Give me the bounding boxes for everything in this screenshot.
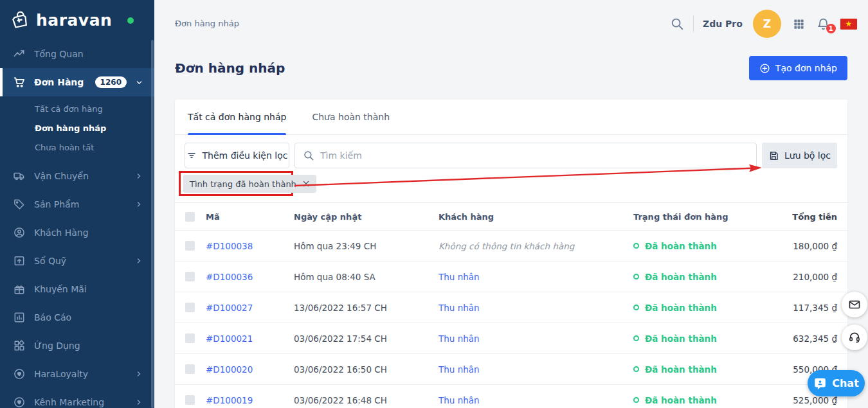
- add-filter-button[interactable]: Thêm điều kiện lọc: [185, 143, 289, 168]
- heart-circle-icon: [13, 396, 26, 408]
- subitem-label: Chưa hoàn tất: [35, 143, 94, 152]
- feedback-mail-button[interactable]: [842, 292, 867, 317]
- sidebar-item-so-quy[interactable]: Sổ Quỹ: [0, 247, 154, 275]
- sidebar-item-label: HaraLoyalty: [34, 369, 127, 379]
- sidebar-item-tong-quan[interactable]: Tổng Quan: [0, 40, 154, 68]
- tab-bar: Tất cả đơn hàng nháp Chưa hoàn thành: [175, 100, 847, 135]
- table-row: #D100019 03/06/2022 16:48 CH Thu nhân Đã…: [175, 385, 847, 408]
- sidebar-subitem-don-hang-nhap[interactable]: Đơn hàng nháp: [0, 118, 154, 137]
- sidebar-subitem-chua-hoan-tat[interactable]: Chưa hoàn tất: [0, 137, 154, 157]
- heart-circle-icon: [13, 368, 26, 380]
- status-ring-icon: [633, 366, 639, 372]
- chevron-right-icon: [135, 369, 144, 378]
- status-ring-icon: [633, 335, 639, 341]
- table-row: #D100036 Hôm qua 08:40 SA Thu nhân Đã ho…: [175, 262, 847, 292]
- chevron-right-icon: [135, 172, 144, 181]
- row-checkbox[interactable]: [185, 333, 195, 343]
- chat-label: Chat: [832, 377, 859, 389]
- order-status: Đã hoàn thành: [633, 333, 788, 344]
- customer-link[interactable]: Thu nhân: [439, 333, 480, 344]
- sidebar-subitem-tat-ca-don-hang[interactable]: Tất cả đơn hàng: [0, 99, 154, 118]
- order-code-link[interactable]: #D100020: [206, 364, 294, 375]
- order-code-link[interactable]: #D100036: [206, 272, 294, 282]
- add-filter-label: Thêm điều kiện lọc: [203, 150, 288, 161]
- sidebar-item-don-hang[interactable]: Đơn Hàng 1260: [0, 68, 154, 96]
- filter-toolbar: Thêm điều kiện lọc Lưu bộ lọc: [185, 143, 837, 168]
- order-updated: 03/06/2022 16:48 CH: [294, 395, 439, 405]
- subitem-label: Tất cả đơn hàng: [35, 104, 103, 114]
- save-filter-button[interactable]: Lưu bộ lọc: [762, 143, 837, 168]
- customer-link[interactable]: Thu nhân: [439, 395, 480, 405]
- sidebar-item-label: Khuyến Mãi: [34, 284, 144, 294]
- cart-icon: [13, 76, 26, 89]
- search-icon[interactable]: [670, 17, 684, 31]
- vietnam-flag-icon[interactable]: ★: [840, 19, 857, 30]
- account-name[interactable]: Zdu Pro: [703, 19, 743, 29]
- tab-incomplete[interactable]: Chưa hoàn thành: [312, 100, 390, 134]
- sidebar-item-label: Sản Phẩm: [34, 199, 127, 209]
- select-all-checkbox[interactable]: [185, 212, 195, 222]
- sidebar-item-san-pham[interactable]: Sản Phẩm: [0, 190, 154, 218]
- create-draft-order-button[interactable]: Tạo đơn nháp: [749, 56, 847, 80]
- order-updated: 13/06/2022 16:57 CH: [294, 303, 439, 313]
- cashbox-icon: [13, 254, 26, 267]
- breadcrumb: Đơn hàng nháp: [175, 19, 239, 28]
- tab-label: Tất cả đơn hàng nháp: [188, 112, 286, 122]
- support-headset-button[interactable]: [842, 324, 867, 350]
- search-input[interactable]: [320, 150, 748, 161]
- chat-button[interactable]: Chat: [808, 370, 865, 396]
- sidebar-item-label: Báo Cáo: [34, 312, 144, 323]
- status-ring-icon: [633, 243, 639, 249]
- order-code-link[interactable]: #D100021: [206, 333, 294, 344]
- order-updated: 03/06/2022 17:54 CH: [294, 333, 439, 344]
- chevron-down-icon: [135, 78, 144, 87]
- tab-all-draft-orders[interactable]: Tất cả đơn hàng nháp: [188, 100, 286, 134]
- status-label: Đã hoàn thành: [645, 395, 717, 405]
- sidebar-item-khach-hang[interactable]: Khách Hàng: [0, 218, 154, 247]
- row-checkbox[interactable]: [185, 241, 195, 251]
- row-checkbox[interactable]: [185, 272, 195, 281]
- plus-circle-icon: [759, 63, 770, 74]
- customer-link[interactable]: Thu nhân: [439, 272, 480, 282]
- remove-filter-icon[interactable]: [302, 180, 310, 188]
- create-draft-order-label: Tạo đơn nháp: [775, 63, 837, 73]
- orders-table: Mã Ngày cập nhật Khách hàng Trạng thái đ…: [175, 202, 847, 408]
- header-total: Tổng tiền: [788, 212, 847, 222]
- order-code-link[interactable]: #D100038: [206, 241, 294, 251]
- sidebar-item-label: Sổ Quỹ: [34, 256, 127, 266]
- sidebar-item-haraloyalty[interactable]: HaraLoyalty: [0, 360, 154, 388]
- filter-icon: [186, 150, 197, 161]
- sidebar-item-bao-cao[interactable]: Báo Cáo: [0, 303, 154, 332]
- order-updated: 03/06/2022 16:50 CH: [294, 364, 439, 375]
- row-checkbox[interactable]: [185, 395, 195, 405]
- sidebar-scrollbar[interactable]: [151, 40, 154, 408]
- avatar[interactable]: Z: [753, 10, 781, 38]
- customer-link[interactable]: Thu nhân: [439, 364, 480, 375]
- logo[interactable]: haravan: [0, 0, 154, 40]
- row-checkbox[interactable]: [185, 364, 195, 374]
- sidebar-item-van-chuyen[interactable]: Vận Chuyển: [0, 162, 154, 190]
- order-code-link[interactable]: #D100027: [206, 303, 294, 313]
- filter-chip-status-completed[interactable]: Tình trạng đã hoàn thành: [183, 175, 316, 193]
- notification-bell-icon[interactable]: 1: [817, 17, 830, 31]
- order-updated: Hôm qua 08:40 SA: [294, 272, 439, 282]
- order-total: 117,345 ₫: [788, 303, 847, 313]
- sidebar: haravan Tổng Quan Đơn Hàng 1260: [0, 0, 154, 408]
- order-status: Đã hoàn thành: [633, 241, 788, 251]
- header-updated: Ngày cập nhật: [294, 212, 439, 222]
- sidebar-item-label: Khách Hàng: [34, 227, 144, 238]
- floppy-disk-icon: [768, 150, 779, 161]
- header-status: Trạng thái đơn hàng: [633, 212, 788, 222]
- apps-grid-icon[interactable]: [793, 18, 805, 30]
- sidebar-item-kenh-marketing[interactable]: Kênh Marketing: [0, 388, 154, 408]
- status-ring-icon: [633, 397, 639, 403]
- row-checkbox[interactable]: [185, 303, 195, 312]
- sidebar-item-khuyen-mai[interactable]: Khuyến Mãi: [0, 275, 154, 303]
- order-code-link[interactable]: #D100019: [206, 395, 294, 405]
- headset-icon: [848, 331, 861, 344]
- customer-link[interactable]: Thu nhân: [439, 303, 480, 313]
- sidebar-item-label: Kênh Marketing: [34, 397, 127, 407]
- divider: [693, 15, 694, 32]
- sidebar-item-ung-dung[interactable]: Ứng Dụng: [0, 332, 154, 360]
- order-updated: Hôm qua 23:49 CH: [294, 241, 439, 251]
